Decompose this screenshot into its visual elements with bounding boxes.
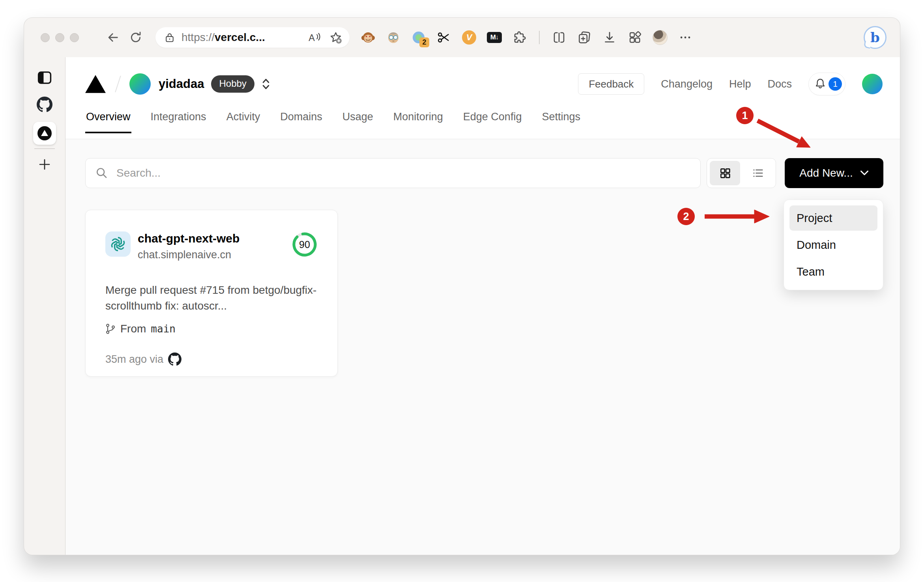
address-bar[interactable]: https://vercel.c... A [155, 27, 350, 48]
sidebar-item-github[interactable] [37, 97, 52, 112]
traffic-lights [41, 33, 79, 42]
grid-view-icon [719, 167, 731, 179]
notifications-button[interactable]: 1 [808, 73, 845, 95]
team-name: yidadaa [159, 77, 204, 91]
branch-label: From [120, 323, 146, 335]
bing-chat-button[interactable]: b [864, 26, 887, 49]
v-extension-button[interactable]: V [462, 30, 477, 45]
tab-settings[interactable]: Settings [541, 105, 581, 133]
minimize-window-button[interactable] [55, 33, 64, 42]
sidebar-toggle-button[interactable] [37, 71, 52, 84]
extensions-menu-button[interactable] [512, 30, 527, 45]
back-button[interactable] [105, 30, 121, 45]
dropdown-item-project[interactable]: Project [789, 205, 877, 231]
branch-name: main [151, 323, 176, 335]
plus-icon [37, 157, 52, 172]
breadcrumb-slash [115, 76, 121, 92]
vercel-logo[interactable] [85, 75, 106, 93]
tab-integrations[interactable]: Integrations [150, 105, 207, 133]
tab-activity[interactable]: Activity [226, 105, 261, 133]
tab-monitoring[interactable]: Monitoring [393, 105, 444, 133]
apps-button[interactable] [627, 30, 642, 45]
refresh-button[interactable] [128, 30, 144, 45]
notification-count-badge: 1 [829, 77, 842, 91]
back-arrow-icon [106, 31, 120, 44]
score-value: 90 [292, 231, 318, 257]
extensions-row: 2 V M↓ [361, 26, 887, 49]
view-toggle [707, 158, 776, 188]
settings-menu-button[interactable] [678, 30, 693, 45]
docs-link[interactable]: Docs [767, 78, 792, 90]
team-switcher-button[interactable] [262, 78, 270, 90]
profile-avatar [653, 30, 668, 45]
favorite-button[interactable] [328, 30, 343, 45]
face-glasses-icon [386, 30, 401, 45]
tab-edge-config[interactable]: Edge Config [462, 105, 523, 133]
sidebar-divider [34, 148, 55, 149]
openai-logo-icon [109, 235, 127, 253]
help-link[interactable]: Help [729, 78, 751, 90]
edge-sidebar [24, 57, 65, 555]
read-aloud-button[interactable]: A [308, 30, 321, 45]
apps-grid-icon [628, 30, 642, 45]
project-icon [105, 231, 131, 257]
tab-usage[interactable]: Usage [342, 105, 374, 133]
sidebar-item-vercel-active[interactable] [33, 122, 56, 145]
markdown-extension-button[interactable]: M↓ [487, 30, 502, 45]
sidebar-add-button[interactable] [37, 157, 52, 172]
dropdown-item-domain[interactable]: Domain [789, 232, 877, 257]
project-name[interactable]: chat-gpt-next-web [138, 231, 239, 246]
face-extension-button[interactable] [386, 30, 401, 45]
bing-icon: b [870, 30, 880, 45]
list-view-button[interactable] [743, 161, 773, 185]
markdown-icon: M↓ [487, 32, 502, 43]
add-new-label: Add New... [799, 167, 853, 179]
tab-overview[interactable]: Overview [85, 105, 131, 133]
dropdown-item-team[interactable]: Team [789, 259, 877, 284]
svg-text:A: A [309, 33, 315, 43]
browser-window: https://vercel.c... A 2 V [24, 17, 900, 555]
plan-badge: Hobby [211, 75, 254, 93]
branch-row: From main [105, 323, 318, 335]
window-body: yidadaa Hobby Feedback Changelog Help Do… [24, 57, 900, 555]
ellipsis-icon [679, 31, 692, 44]
tab-domains[interactable]: Domains [279, 105, 323, 133]
v-extension-icon: V [462, 30, 476, 45]
scissors-extension-button[interactable] [436, 30, 451, 45]
lock-icon [164, 32, 175, 43]
bell-icon [814, 78, 826, 90]
monkey-extension-button[interactable] [361, 30, 376, 45]
user-avatar[interactable] [862, 74, 883, 94]
project-search[interactable] [85, 158, 701, 188]
add-new-button[interactable]: Add New... [785, 158, 883, 188]
extension-badge: 2 [419, 37, 429, 47]
chevron-down-icon [860, 170, 869, 176]
translator-extension-button[interactable]: 2 [411, 30, 426, 45]
add-new-dropdown: Project Domain Team [784, 200, 883, 290]
refresh-icon [129, 31, 142, 44]
vercel-dashboard: yidadaa Hobby Feedback Changelog Help Do… [65, 57, 900, 555]
changelog-link[interactable]: Changelog [661, 78, 713, 90]
sidebar-toggle-icon [37, 71, 52, 84]
url-text: https://vercel.c... [181, 31, 308, 44]
project-domain[interactable]: chat.simplenaive.cn [138, 249, 239, 261]
project-card[interactable]: chat-gpt-next-web chat.simplenaive.cn 90… [85, 210, 338, 377]
git-branch-icon [105, 323, 116, 334]
downloads-button[interactable] [602, 30, 617, 45]
commit-message[interactable]: Merge pull request #715 from betgo/bugfi… [105, 282, 320, 314]
grid-view-button[interactable] [710, 161, 740, 185]
profile-button[interactable] [653, 30, 668, 45]
url-scheme: https:// [181, 31, 215, 43]
collections-button[interactable] [577, 30, 592, 45]
search-icon [95, 166, 108, 180]
feedback-button[interactable]: Feedback [578, 73, 644, 95]
scissors-icon [437, 30, 451, 45]
split-screen-button[interactable] [552, 30, 567, 45]
read-aloud-icon: A [308, 31, 321, 44]
deploy-time: 35m ago via [105, 353, 163, 366]
close-window-button[interactable] [41, 33, 50, 42]
score-ring: 90 [292, 231, 318, 257]
search-input[interactable] [116, 167, 691, 179]
dashboard-main: Add New... Project Domain Team [65, 139, 900, 555]
zoom-window-button[interactable] [70, 33, 79, 42]
